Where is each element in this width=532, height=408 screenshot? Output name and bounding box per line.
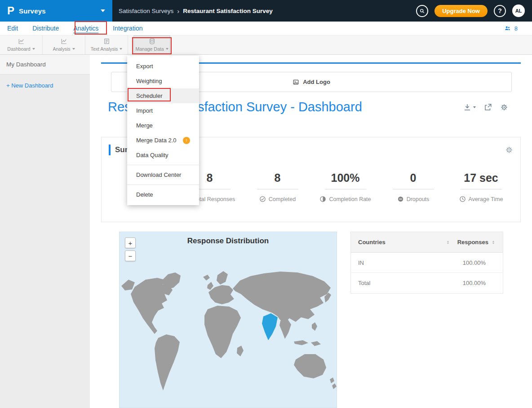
database-icon <box>149 38 155 44</box>
add-logo-label: Add Logo <box>303 79 330 85</box>
brand-logo: P <box>7 4 14 17</box>
countries-column-header[interactable]: Countries <box>358 239 386 246</box>
summary-settings-button[interactable] <box>505 146 513 154</box>
menu-divider <box>127 165 199 165</box>
menu-divider <box>127 184 199 185</box>
search-button[interactable] <box>416 5 428 17</box>
line-chart-icon <box>61 38 67 44</box>
menu-item-merge[interactable]: Merge <box>127 118 199 133</box>
menu-item-data-quality[interactable]: Data Quality <box>127 148 199 162</box>
menu-item-download-center[interactable]: Download Center <box>127 167 199 182</box>
chevron-down-icon <box>32 48 35 50</box>
half-pie-icon <box>319 196 326 202</box>
tab-analytics[interactable]: Analytics <box>73 25 98 32</box>
responses-cell: 100.00% <box>463 280 496 286</box>
table-row: IN 100.00% <box>351 253 503 273</box>
breadcrumb-parent[interactable]: Satisfaction Surveys <box>119 8 173 14</box>
map-country-india[interactable] <box>262 313 278 340</box>
breadcrumb-separator-icon: › <box>177 7 179 15</box>
download-icon <box>463 103 471 111</box>
clock-icon <box>459 196 466 202</box>
world-map[interactable] <box>120 259 337 407</box>
summary-stats: 8 Total Responses 8 Completed 100% Compl… <box>176 171 515 202</box>
tab-integration[interactable]: Integration <box>113 25 142 32</box>
topbar: P Surveys Satisfaction Surveys › Restaur… <box>0 0 532 22</box>
tab-edit[interactable]: Edit <box>7 25 18 32</box>
menu-item-delete[interactable]: Delete <box>127 187 199 202</box>
chevron-down-icon <box>72 48 75 50</box>
search-icon <box>419 8 425 14</box>
toolbar-dashboard[interactable]: Dashboard <box>0 35 43 54</box>
sidebar-item-label: My Dashboard <box>6 61 46 68</box>
responses-column-header[interactable]: Responses <box>457 239 488 246</box>
stat-value: 0 <box>393 171 434 189</box>
people-icon <box>504 25 511 31</box>
product-switcher[interactable]: P Surveys <box>0 0 112 22</box>
map-zoom-in-button[interactable]: + <box>125 237 136 248</box>
tab-distribute[interactable]: Distribute <box>32 25 59 32</box>
menu-item-merge-data-2[interactable]: Merge Data 2.0 ↑ <box>127 133 199 148</box>
help-button[interactable]: ? <box>494 5 506 17</box>
survey-nav: Edit Distribute Analytics Integration 8 <box>0 22 532 35</box>
breadcrumb: Satisfaction Surveys › Restaurant Satisf… <box>119 7 273 15</box>
toolbar-manage-data-label: Manage Data <box>135 46 164 52</box>
toolbar-analysis[interactable]: Analysis <box>43 35 85 54</box>
countries-table: Countries Responses IN 100.00% Total 100… <box>350 232 503 294</box>
line-chart-icon <box>18 38 25 44</box>
stat-average-time: 17 sec Average Time <box>447 171 515 202</box>
dashboard-sidebar: My Dashboard + New Dashboard <box>0 55 90 408</box>
chevron-down-icon <box>101 9 105 12</box>
table-row: Total 100.00% <box>351 273 503 293</box>
countries-table-header: Countries Responses <box>351 232 503 253</box>
brand-product-name: Surveys <box>19 7 46 15</box>
menu-item-export[interactable]: Export <box>127 59 199 74</box>
responses-cell: 100.00% <box>463 259 496 266</box>
premium-badge-icon: ↑ <box>183 137 190 144</box>
manage-data-menu: Export Weighting Scheduler Import Merge … <box>127 56 199 205</box>
stat-value: 17 sec <box>461 171 502 189</box>
stat-completed: 8 Completed <box>244 171 311 202</box>
stat-completion-rate: 100% Completion Rate <box>311 171 379 202</box>
share-icon[interactable] <box>484 103 492 111</box>
toolbar-dashboard-label: Dashboard <box>7 46 30 52</box>
menu-item-weighting[interactable]: Weighting <box>127 74 199 88</box>
stat-label: Total Responses <box>194 196 235 202</box>
document-icon <box>103 38 110 44</box>
download-button[interactable] <box>463 103 476 111</box>
stat-label: Average Time <box>469 196 503 202</box>
members-count: 8 <box>514 25 518 32</box>
country-cell: IN <box>358 259 364 266</box>
check-circle-icon <box>259 196 266 202</box>
sort-icon[interactable] <box>491 240 496 245</box>
country-cell: Total <box>358 280 370 286</box>
breadcrumb-current: Restaurant Satisfaction Survey <box>183 8 273 14</box>
sort-icon[interactable] <box>446 240 450 245</box>
stat-label: Completion Rate <box>329 196 371 202</box>
stat-value: 8 <box>257 171 298 189</box>
stat-label: Dropouts <box>407 196 430 202</box>
image-icon <box>293 79 299 85</box>
stat-value: 100% <box>325 171 366 189</box>
topbar-actions: Upgrade Now ? AL <box>416 4 532 17</box>
sidebar-item-my-dashboard[interactable]: My Dashboard <box>0 55 90 75</box>
avatar[interactable]: AL <box>512 4 525 17</box>
minus-circle-icon <box>397 196 404 202</box>
new-dashboard-link[interactable]: + New Dashboard <box>0 75 90 97</box>
toolbar-manage-data[interactable]: Manage Data <box>133 35 170 54</box>
gear-icon <box>505 146 513 154</box>
response-distribution-card: Response Distribution + − <box>119 232 337 408</box>
dashboard-actions <box>463 103 508 111</box>
members-indicator[interactable]: 8 <box>504 25 525 32</box>
map-title: Response Distribution <box>120 232 337 246</box>
menu-item-label: Merge Data 2.0 <box>136 137 177 144</box>
menu-item-import[interactable]: Import <box>127 103 199 118</box>
chevron-down-icon <box>473 106 476 108</box>
chevron-down-icon <box>120 48 122 50</box>
world-map-landmasses <box>121 271 337 390</box>
menu-item-scheduler[interactable]: Scheduler <box>127 88 199 103</box>
upgrade-button[interactable]: Upgrade Now <box>434 5 488 17</box>
gear-icon[interactable] <box>500 103 508 111</box>
toolbar-text-analysis[interactable]: Text Analysis <box>85 35 128 54</box>
toolbar-analysis-label: Analysis <box>53 46 70 52</box>
stat-label: Completed <box>269 196 296 202</box>
